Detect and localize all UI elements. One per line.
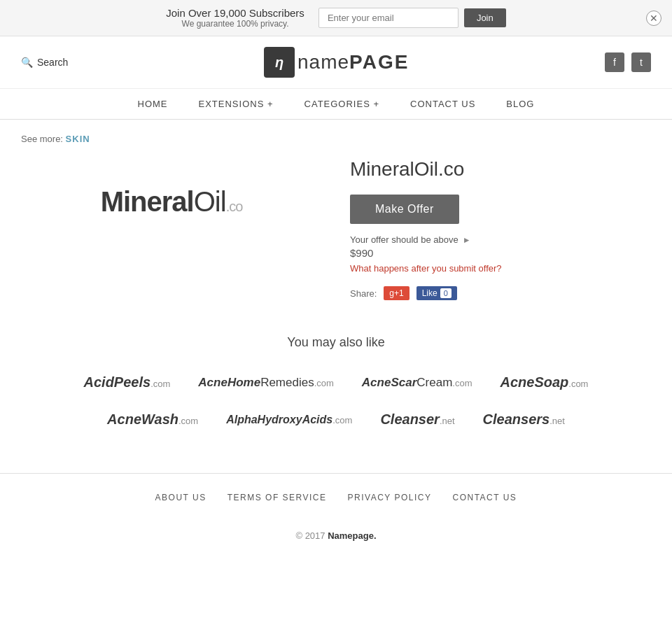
product-info-area: MineralOil.co Make Offer Your offer shou… bbox=[350, 158, 651, 300]
see-more-label: See more: bbox=[21, 134, 63, 144]
gplus-button[interactable]: g+1 bbox=[384, 286, 409, 300]
offer-info: Your offer should be above ► $990 What h… bbox=[350, 234, 651, 274]
domain-logo-alphahydroxy: AlphaHydroxyAcids.com bbox=[226, 414, 352, 425]
share-row: Share: g+1 Like 0 bbox=[350, 286, 651, 300]
offer-above-label: Your offer should be above bbox=[350, 234, 458, 245]
product-section: MineralOil.co MineralOil.co Make Offer Y… bbox=[21, 158, 651, 300]
list-item[interactable]: Cleanser.net bbox=[373, 408, 461, 431]
social-icons: f t bbox=[605, 52, 651, 72]
banner-main-text: Join Over 19,000 Subscribers bbox=[166, 7, 304, 19]
list-item[interactable]: AcneWash.com bbox=[100, 408, 205, 431]
nav-extensions[interactable]: EXTENSIONS + bbox=[183, 89, 289, 119]
main-nav: HOME EXTENSIONS + CATEGORIES + CONTACT U… bbox=[0, 89, 672, 120]
product-image-area: MineralOil.co bbox=[21, 158, 322, 300]
domain-logo-cleanser: Cleanser.net bbox=[380, 411, 454, 427]
logo-page: PAGE bbox=[349, 51, 409, 73]
make-offer-button[interactable]: Make Offer bbox=[350, 195, 459, 224]
copyright-brand-link[interactable]: Namepage. bbox=[328, 530, 376, 541]
offer-price: $990 bbox=[350, 247, 651, 259]
offer-arrow-icon: ► bbox=[463, 235, 471, 245]
facebook-icon[interactable]: f bbox=[605, 52, 624, 72]
footer-terms[interactable]: TERMS OF SERVICE bbox=[227, 493, 327, 502]
offer-what-happens-link[interactable]: What happens after you submit offer? bbox=[350, 263, 651, 274]
share-label: Share: bbox=[350, 288, 377, 299]
nav-blog[interactable]: BLOG bbox=[491, 89, 550, 119]
twitter-icon[interactable]: t bbox=[631, 52, 651, 72]
copyright-prefix: © 2017 bbox=[295, 530, 328, 541]
fb-count: 0 bbox=[440, 288, 451, 298]
footer-about-us[interactable]: ABOUT US bbox=[155, 493, 206, 502]
logo-co: .co bbox=[226, 199, 243, 214]
fb-like-label: Like bbox=[422, 288, 438, 298]
list-item[interactable]: AlphaHydroxyAcids.com bbox=[219, 410, 359, 430]
logo-name: name bbox=[298, 51, 349, 73]
email-input[interactable] bbox=[318, 8, 458, 28]
may-also-like-section: You may also like AcidPeels.com AcneHome… bbox=[21, 335, 651, 431]
see-more-block: See more: SKIN bbox=[21, 134, 651, 144]
join-button[interactable]: Join bbox=[464, 8, 506, 27]
list-item[interactable]: AcneSoap.com bbox=[493, 371, 595, 394]
nav-categories[interactable]: CATEGORIES + bbox=[289, 89, 395, 119]
top-banner: Join Over 19,000 Subscribers We guarante… bbox=[0, 0, 672, 36]
list-item[interactable]: AcneHomeRemedies.com bbox=[191, 372, 341, 393]
offer-above-text: Your offer should be above ► bbox=[350, 234, 651, 245]
domain-logo-acnesoap: AcneSoap.com bbox=[500, 374, 588, 390]
close-banner-button[interactable]: ✕ bbox=[646, 10, 662, 26]
banner-text-block: Join Over 19,000 Subscribers We guarante… bbox=[166, 7, 304, 29]
search-link[interactable]: 🔍 Search bbox=[21, 57, 68, 68]
domain-logo-cleansers: Cleansers.net bbox=[483, 411, 565, 427]
footer-copyright: © 2017 Namepage. bbox=[0, 520, 672, 551]
footer-nav: ABOUT US TERMS OF SERVICE PRIVACY POLICY… bbox=[0, 473, 672, 520]
banner-sub-text: We guarantee 100% privacy. bbox=[166, 19, 304, 29]
domain-logo-acnescarcream: AcneScarCream.com bbox=[362, 376, 472, 389]
domain-logo-acnehome: AcneHomeRemedies.com bbox=[198, 376, 334, 389]
site-logo[interactable]: η namePAGE bbox=[264, 47, 409, 78]
list-item[interactable]: AcidPeels.com bbox=[77, 371, 178, 394]
site-header: 🔍 Search η namePAGE f t bbox=[0, 36, 672, 89]
list-item[interactable]: Cleansers.net bbox=[476, 408, 572, 431]
domain-logo-acnewash: AcneWash.com bbox=[107, 411, 198, 427]
logo-oil: Oil bbox=[194, 186, 226, 217]
may-also-like-grid: AcidPeels.com AcneHomeRemedies.com AcneS… bbox=[21, 371, 651, 431]
footer-privacy[interactable]: PRIVACY POLICY bbox=[348, 493, 432, 502]
search-label: Search bbox=[37, 57, 68, 68]
product-logo-display: MineralOil.co bbox=[101, 186, 243, 218]
nav-home[interactable]: HOME bbox=[122, 89, 183, 119]
logo-text: namePAGE bbox=[298, 52, 409, 72]
domain-logo-acidpeels: AcidPeels.com bbox=[84, 374, 171, 390]
banner-form: Join bbox=[318, 8, 506, 28]
main-content: See more: SKIN MineralOil.co MineralOil.… bbox=[0, 120, 672, 445]
see-more-category-link[interactable]: SKIN bbox=[66, 134, 90, 144]
product-logo-text: MineralOil.co bbox=[101, 186, 243, 217]
search-icon: 🔍 bbox=[21, 57, 33, 68]
nav-contact[interactable]: CONTACT US bbox=[395, 89, 491, 119]
fb-like-button[interactable]: Like 0 bbox=[416, 286, 457, 300]
logo-mineral: Mineral bbox=[101, 186, 194, 217]
may-also-like-title: You may also like bbox=[21, 335, 651, 350]
product-name: MineralOil.co bbox=[350, 158, 651, 181]
footer-contact[interactable]: CONTACT US bbox=[452, 493, 517, 502]
list-item[interactable]: AcneScarCream.com bbox=[355, 372, 479, 393]
logo-icon: η bbox=[264, 47, 295, 78]
